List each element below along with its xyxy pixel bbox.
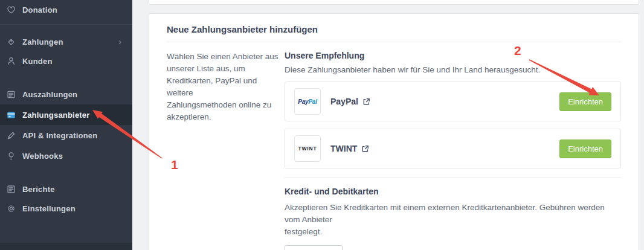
twint-logo: TWINT [294, 135, 321, 162]
sidebar-item-api-integrationen[interactable]: API & Integrationen [0, 125, 132, 146]
tag-icon [6, 37, 16, 47]
paypal-logo: PayPal [294, 88, 321, 115]
sidebar-item-label: Berichte [22, 185, 55, 194]
sidebar-item-label: API & Integrationen [22, 131, 97, 140]
brush-icon [6, 130, 16, 141]
title-divider [167, 42, 621, 42]
sidebar-item-berichte[interactable]: Berichte [0, 179, 132, 199]
sidebar-item-label: Donation [22, 5, 57, 14]
anzeigen-dropdown-button[interactable]: Anzeigen ▼ [285, 245, 343, 250]
sidebar-item-zahlungen[interactable]: Zahlungen › [0, 32, 132, 51]
sidebar-divider [0, 24, 132, 25]
sidebar-item-label: Einstellungen [22, 204, 76, 213]
recommendation-title: Unsere Empfehlung [285, 51, 621, 60]
provider-column: Unsere Empfehlung Diese Zahlungsanbieter… [285, 51, 621, 250]
report-icon [6, 184, 16, 194]
previous-card-edge [149, 0, 639, 5]
gear-icon [6, 204, 16, 214]
provider-name-link[interactable]: PayPal [330, 97, 370, 106]
provider-name-link[interactable]: TWINT [330, 144, 369, 153]
app-screen: Donation Zahlungen › Kunden [0, 0, 644, 250]
sidebar-footer [0, 243, 132, 250]
heart-icon [6, 5, 16, 15]
sidebar-item-einstellungen[interactable]: Einstellungen [0, 199, 132, 218]
lightbulb-icon [6, 151, 16, 161]
cards-section-description: Akzeptieren Sie Kreditkarten mit einem e… [285, 202, 621, 238]
cards-section-title: Kredit- und Debitkarten [285, 187, 621, 196]
sidebar-item-label: Webhooks [22, 152, 63, 161]
sidebar-item-label: Zahlungsanbieter [22, 111, 90, 120]
sidebar-item-label: Auszahlungen [22, 90, 77, 99]
provider-row-twint: TWINT TWINT Ei [285, 129, 621, 168]
sidebar-item-label: Kunden [22, 57, 53, 66]
add-provider-card: Neue Zahlungsanbieter hinzufügen Wählen … [149, 13, 639, 250]
sidebar-item-auszahlungen[interactable]: Auszahlungen [0, 84, 132, 104]
main-content: Neue Zahlungsanbieter hinzufügen Wählen … [132, 0, 644, 250]
provider-row-paypal: PayPal PayPal [285, 82, 621, 121]
payment-provider-icon [6, 110, 16, 120]
external-link-icon [361, 145, 369, 153]
section-divider [285, 178, 621, 178]
einrichten-button-twint[interactable]: Einrichten [559, 139, 611, 158]
recommendation-subtitle: Diese Zahlungsanbieter haben wir für Sie… [285, 65, 621, 74]
chevron-right-icon: › [118, 37, 121, 46]
sidebar-group-gap [0, 71, 132, 84]
sidebar-item-donation[interactable]: Donation [0, 0, 132, 19]
einrichten-button-paypal[interactable]: Einrichten [559, 92, 611, 111]
sidebar-item-label: Zahlungen [22, 37, 63, 46]
document-icon [6, 89, 16, 100]
external-link-icon [362, 98, 370, 106]
person-icon [6, 56, 16, 66]
sidebar-item-zahlungsanbieter[interactable]: Zahlungsanbieter [0, 104, 132, 125]
card-title: Neue Zahlungsanbieter hinzufügen [167, 25, 621, 34]
sidebar-item-kunden[interactable]: Kunden [0, 51, 132, 71]
sidebar-group-gap [0, 166, 132, 179]
intro-text: Wählen Sie einen Anbieter aus unserer Li… [167, 51, 285, 250]
sidebar-item-webhooks[interactable]: Webhooks [0, 146, 132, 166]
sidebar: Donation Zahlungen › Kunden [0, 0, 132, 250]
